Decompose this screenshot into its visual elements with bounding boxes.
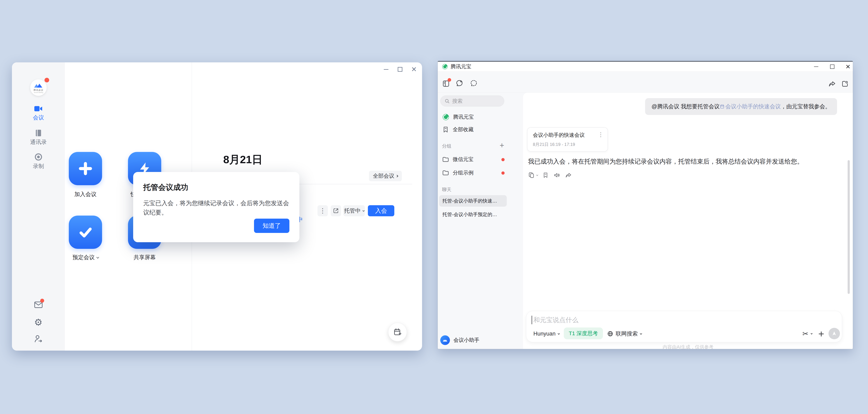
sidebar-search[interactable] [440,95,504,106]
sidebar-item-recordings[interactable]: 录制 [12,153,65,170]
sidebar-item-label: 录制 [12,162,65,170]
maximize-button[interactable] [828,63,836,71]
hosting-status-dropdown[interactable]: 托管中 [343,205,365,216]
sidebar-item-label: 通讯录 [12,138,65,146]
sidebar-item-label: 全部收藏 [453,126,473,133]
hosting-success-dialog: 托管会议成功 元宝已入会，将为您继续记录会议，会后将为您发送会议纪要。 知道了 [133,172,300,242]
share-external-icon [333,208,339,214]
minimize-button[interactable] [812,63,820,71]
composer: Hunyuan T1 深度思考 联网搜索 ✂ + [526,311,842,342]
groups-header: 分组 [442,143,451,149]
read-aloud-button[interactable] [553,171,561,179]
minimize-button[interactable] [382,65,390,73]
chevron-down-icon [558,332,560,335]
window-title: 腾讯元宝 [451,63,471,70]
tencent-meeting-logo[interactable]: 腾讯会议 Tencent Meeting [30,79,46,96]
clip-tool-button[interactable]: ✂ [802,328,812,339]
join-meeting-label: 加入会议 [69,191,102,198]
scrollbar-thumb[interactable] [848,160,850,294]
sidebar-group-wechat-yuanbao[interactable]: 微信元宝 [439,154,507,165]
share-chat-button[interactable] [828,80,836,88]
mountains-icon [442,338,448,342]
date-heading: 8月21日 [223,153,262,167]
card-more-button[interactable]: ⋮ [598,131,603,138]
composer-input[interactable] [533,315,748,325]
toggle-sidebar-button[interactable] [442,79,450,88]
meeting-card[interactable]: 会议小助手的快速会议 8月21日 16:19 - 17:19 ⋮ [527,127,608,152]
attach-button[interactable]: + [818,328,824,339]
tencent-meeting-window: 腾讯会议 Tencent Meeting 会议 通讯录 录制 [12,62,422,351]
sidebar-item-label: 腾讯元宝 [453,114,474,121]
web-search-toggle[interactable]: 联网搜索 [607,328,642,339]
model-selector[interactable]: Hunyuan [533,328,559,339]
calendar-plus-icon [393,328,402,337]
inbox-button[interactable] [34,301,43,309]
contacts-book-icon [34,129,42,137]
sidebar-item-label: 会议 [12,114,65,121]
chat-panel: @腾讯会议 我想要托管会议会议小助手的快速会议，由元宝替我参会。 会议小助手的快… [523,93,853,349]
bookmark-button[interactable] [542,172,549,179]
maximize-button[interactable] [396,65,404,73]
yuanbao-logo-icon [442,113,450,121]
join-button[interactable]: 入会 [368,205,394,216]
meeting-card-time: 8月21日 16:19 - 17:19 [533,141,602,147]
logo-subtext: Tencent Meeting [34,92,43,93]
calendar-fab[interactable] [388,323,407,342]
close-icon: ✕ [845,64,851,70]
dialog-title: 托管会议成功 [143,182,289,192]
copy-button[interactable] [528,172,538,179]
share-screen-label: 共享屏幕 [128,254,161,261]
ai-disclaimer: 内容由AI生成，仅供参考 [523,344,853,349]
sidebar-group-example[interactable]: 分组示例 [439,167,507,179]
desktop: { "meeting_app": { "logo": { "text": "腾讯… [0,0,868,414]
maximize-icon [830,65,834,69]
dialog-confirm-button[interactable]: 知道了 [254,219,289,233]
send-button[interactable] [829,328,840,339]
meeting-link[interactable]: 会议小助手的快速会议 [720,103,781,110]
search-input[interactable] [452,98,495,104]
user-message-bubble: @腾讯会议 我想要托管会议会议小助手的快速会议，由元宝替我参会。 [645,98,837,115]
share-button[interactable] [565,172,572,179]
meeting-share-button[interactable] [331,205,341,216]
settings-button[interactable]: ⚙ [34,318,42,327]
calendar-icon [720,104,725,109]
record-icon [34,153,42,161]
yuanbao-titlebar: 腾讯元宝 ✕ [438,62,853,72]
yuanbao-logo-icon [442,63,448,70]
chat-list-item[interactable]: 托管-会议小助手的快速… [439,195,507,206]
chevron-down-icon [810,332,812,335]
globe-icon [607,330,614,337]
folder-icon [442,169,449,177]
user-switch-icon [34,335,43,343]
dialog-body: 元宝已入会，将为您继续记录会议，会后将为您发送会议纪要。 [143,198,289,217]
sidebar-item-yuanbao[interactable]: 腾讯元宝 [439,112,507,123]
sidebar-item-contacts[interactable]: 通讯录 [12,129,65,146]
add-group-button[interactable]: + [500,141,504,149]
new-chat-button[interactable] [455,79,464,88]
temporary-chat-button[interactable] [470,79,478,88]
all-meetings-button[interactable]: 全部会议 [369,171,402,181]
mountains-icon [34,82,43,89]
chat-list-item[interactable]: 托管-会议小助手预定的… [439,209,507,220]
tencent-yuanbao-window: 腾讯元宝 ✕ [438,61,853,349]
meeting-card-title: 会议小助手的快速会议 [533,132,602,139]
sidebar-item-favorites[interactable]: 全部收藏 [439,124,507,135]
export-icon [841,80,849,88]
meeting-more-button[interactable]: ⋮ [317,205,328,216]
deep-think-toggle[interactable]: T1 深度思考 [564,327,603,339]
sidebar-item-label: 微信元宝 [453,156,473,163]
close-button[interactable]: ✕ [844,63,852,71]
schedule-meeting-tile[interactable] [69,216,102,249]
schedule-meeting-label[interactable]: 预定会议 [69,254,102,261]
message-text: @腾讯会议 我想要托管会议 [652,103,720,110]
chat-dashed-icon [470,79,478,88]
sidebar-item-meetings[interactable]: 会议 [12,105,65,121]
current-user[interactable]: 会议小助手 [440,335,512,346]
switch-account-button[interactable] [34,335,43,343]
join-meeting-tile[interactable] [69,152,102,185]
search-icon [444,98,450,104]
notification-dot [447,78,451,82]
chevron-right-icon [396,174,398,177]
export-chat-button[interactable] [841,80,849,88]
close-button[interactable]: ✕ [410,65,418,73]
